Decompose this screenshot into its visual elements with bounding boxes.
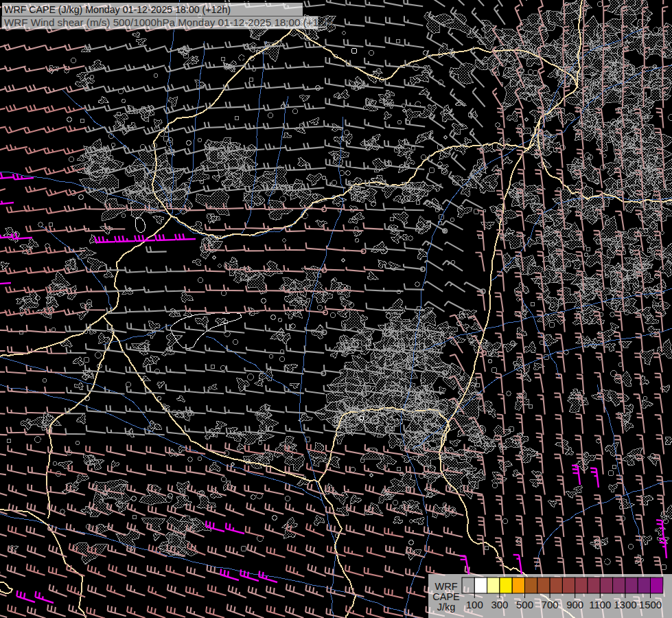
svg-text:900: 900	[566, 599, 583, 610]
svg-text:1300: 1300	[614, 599, 636, 610]
svg-text:CAPE: CAPE	[432, 591, 460, 602]
svg-text:300: 300	[491, 599, 508, 610]
svg-text:1500: 1500	[639, 599, 662, 610]
svg-text:WRF CAPE (J/kg) Monday 01-12-2: WRF CAPE (J/kg) Monday 01-12-2025 18:00 …	[4, 4, 231, 15]
svg-text:500: 500	[516, 599, 533, 610]
svg-text:1100: 1100	[589, 599, 611, 610]
svg-text:700: 700	[542, 599, 559, 610]
svg-text:WRF: WRF	[435, 581, 457, 592]
svg-text:100: 100	[466, 599, 483, 610]
svg-text:WRF Wind shear (m/s) 500/1000h: WRF Wind shear (m/s) 500/1000hPa Monday …	[4, 16, 334, 28]
svg-text:J/kg: J/kg	[437, 602, 456, 613]
